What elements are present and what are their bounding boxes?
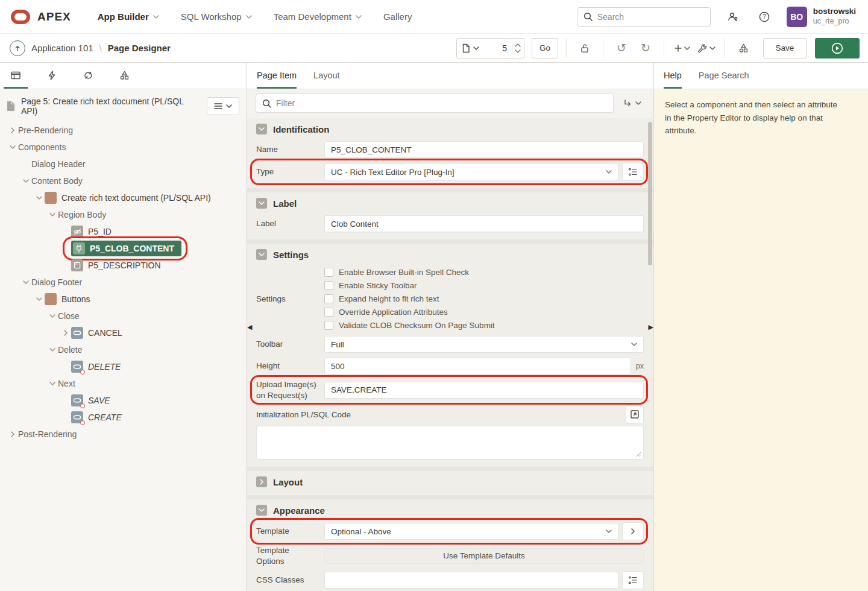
nav-item-sql-workshop[interactable]: SQL Workshop	[172, 7, 260, 27]
tab-help[interactable]: Help	[664, 63, 682, 89]
run-page-button[interactable]	[815, 38, 860, 58]
checkbox-box[interactable]	[324, 321, 333, 330]
tree-node-components[interactable]: Components	[4, 139, 243, 156]
section-toggle-icon[interactable]	[256, 476, 267, 487]
tree-node-content-body[interactable]: Content Body	[4, 172, 243, 189]
filter-input[interactable]	[276, 98, 607, 108]
checkbox-expand-height-to-fit-rich-text[interactable]: Expand height to fit rich text	[324, 294, 439, 303]
chevron-right-icon[interactable]	[60, 330, 71, 336]
chevron-down-icon[interactable]	[7, 145, 18, 149]
checkbox-validate-clob-checksum-on-page-submit[interactable]: Validate CLOB Checksum On Page Submit	[324, 321, 495, 330]
tree-node-next[interactable]: Next	[4, 375, 243, 392]
shared-components-button[interactable]	[733, 38, 753, 58]
section-header-settings[interactable]: Settings	[247, 244, 653, 264]
collapse-right-splitter[interactable]: ▶	[649, 324, 653, 330]
checkbox-enable-browser-built-in-spell-check[interactable]: Enable Browser Built-in Spell Check	[324, 268, 469, 277]
shared-components-tab[interactable]	[112, 63, 136, 89]
section-toggle-icon[interactable]	[256, 198, 267, 209]
label-field[interactable]	[324, 215, 644, 232]
section-header-appearance[interactable]: Appearance	[247, 499, 653, 520]
chevron-down-icon[interactable]	[47, 314, 58, 318]
dynamic-actions-tab[interactable]	[40, 63, 64, 89]
chevron-down-icon[interactable]	[34, 196, 45, 200]
toolbar-field[interactable]: Full	[324, 336, 644, 353]
chevron-down-icon[interactable]	[20, 179, 31, 183]
tree-node-p5-id[interactable]: P5_ID	[4, 223, 243, 240]
scrollbar-thumb[interactable]	[648, 122, 652, 265]
code-textarea[interactable]	[256, 426, 644, 460]
global-search[interactable]	[577, 7, 711, 27]
name-field[interactable]	[324, 141, 644, 158]
tab-layout[interactable]: Layout	[313, 63, 340, 89]
tree-node-region-body[interactable]: Region Body	[4, 206, 243, 223]
section-header-layout[interactable]: Layout	[247, 471, 653, 491]
checkbox-enable-sticky-toolbar[interactable]: Enable Sticky Toolbar	[324, 281, 417, 290]
tab-page-item[interactable]: Page Item	[257, 63, 297, 89]
template-field[interactable]: Optional - Above	[324, 523, 618, 540]
checkbox-box[interactable]	[324, 294, 333, 303]
page-finder-button[interactable]	[457, 39, 484, 58]
chevron-down-icon[interactable]	[47, 213, 58, 216]
tree-node-create-rich-text-document-pl-sql-api[interactable]: Create rich text document (PL/SQL API)	[4, 189, 243, 206]
checkbox-box[interactable]	[324, 308, 333, 317]
tree-node-dialog-footer[interactable]: Dialog Footer	[4, 274, 243, 291]
go-to-group-button[interactable]	[620, 100, 645, 107]
page-number-input[interactable]	[484, 39, 512, 58]
type-field[interactable]: UC - Rich Text Editor Pro [Plug-In]	[324, 163, 618, 180]
checkbox-box[interactable]	[324, 281, 333, 290]
tree-node-buttons[interactable]: Buttons	[4, 291, 243, 308]
utilities-menu-button[interactable]	[696, 38, 717, 58]
tab-page-search[interactable]: Page Search	[699, 63, 749, 89]
quick-pick-icon[interactable]	[622, 163, 644, 181]
create-menu-button[interactable]	[672, 38, 693, 58]
tree-node-delete[interactable]: Delete	[4, 341, 243, 358]
tree-node-p5-clob-content[interactable]: P5_CLOB_CONTENT	[4, 240, 243, 257]
processing-tab[interactable]	[76, 63, 100, 89]
undo-icon[interactable]: ↺	[611, 38, 632, 58]
height-field[interactable]	[324, 358, 631, 375]
tree-node-create[interactable]: CREATE	[4, 409, 243, 426]
search-input[interactable]	[597, 12, 706, 22]
tree-node-delete[interactable]: DELETE	[4, 358, 243, 375]
section-toggle-icon[interactable]	[256, 249, 267, 260]
chevron-down-icon[interactable]	[47, 348, 58, 352]
section-header-label[interactable]: Label	[247, 192, 653, 213]
selected-tree-node[interactable]: P5_CLOB_CONTENT	[71, 241, 181, 256]
administration-icon[interactable]	[724, 8, 742, 26]
template-options-button[interactable]: Use Template Defaults	[324, 548, 644, 564]
chevron-right-icon[interactable]	[7, 127, 18, 133]
checkbox-box[interactable]	[324, 268, 333, 277]
nav-item-gallery[interactable]: Gallery	[375, 7, 421, 27]
tree-node-close[interactable]: Close	[4, 308, 243, 324]
collapse-left-splitter[interactable]: ◀	[247, 324, 252, 330]
help-icon[interactable]: ?	[755, 8, 773, 26]
lock-icon[interactable]	[574, 38, 595, 58]
tree-menu-button[interactable]	[207, 97, 239, 115]
upload-images-field[interactable]	[324, 382, 644, 399]
page-number-stepper[interactable]	[512, 39, 524, 58]
chevron-down-icon[interactable]	[47, 382, 58, 385]
css-classes-field[interactable]	[324, 572, 618, 589]
go-to-template-icon[interactable]	[622, 522, 644, 540]
tree-node-save[interactable]: SAVE	[4, 392, 243, 409]
quick-pick-icon[interactable]	[622, 571, 644, 589]
filter-box[interactable]	[256, 93, 614, 113]
go-up-icon[interactable]	[10, 40, 25, 56]
save-button[interactable]: Save	[763, 38, 807, 58]
tree-node-post-rendering[interactable]: Post-Rendering	[4, 426, 243, 443]
chevron-down-icon[interactable]	[20, 280, 31, 284]
section-toggle-icon[interactable]	[256, 124, 267, 134]
tree-node-cancel[interactable]: CANCEL	[4, 324, 243, 341]
breadcrumb-application[interactable]: Application 101	[31, 43, 93, 53]
section-toggle-icon[interactable]	[256, 505, 267, 516]
chevron-down-icon[interactable]	[34, 297, 45, 301]
section-header-identification[interactable]: Identification	[247, 118, 653, 139]
code-editor-expand-icon[interactable]	[626, 405, 644, 423]
tree-node-pre-rendering[interactable]: Pre-Rendering	[4, 122, 243, 139]
rendering-tab[interactable]	[4, 63, 28, 89]
go-button[interactable]: Go	[532, 38, 558, 58]
tree-node-p5-description[interactable]: P5_DESCRIPTION	[4, 257, 243, 274]
chevron-right-icon[interactable]	[7, 431, 18, 437]
redo-icon[interactable]: ↻	[635, 38, 656, 58]
user-menu[interactable]: BO bostrowski uc_rte_pro	[787, 7, 856, 27]
